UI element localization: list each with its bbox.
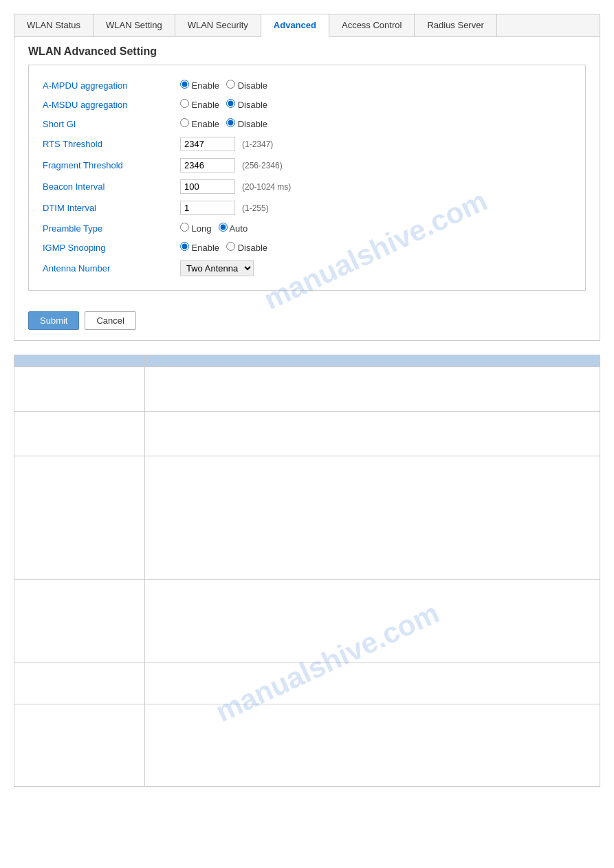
table-row: [14, 580, 600, 663]
beacon-interval-input[interactable]: [180, 179, 235, 194]
amsdu-enable-label[interactable]: Enable: [180, 99, 219, 110]
antenna-number-control: One Antenna Two Antenna: [180, 260, 254, 276]
dtim-interval-control: (1-255): [180, 201, 269, 215]
beacon-interval-row: Beacon Interval (20-1024 ms): [43, 176, 571, 197]
dtim-interval-hint: (1-255): [242, 203, 269, 213]
amsdu-enable-radio[interactable]: [180, 99, 189, 108]
table-cell: [14, 412, 145, 456]
cancel-button[interactable]: Cancel: [85, 311, 135, 330]
fragment-threshold-hint: (256-2346): [242, 161, 283, 170]
amsdu-control: Enable Disable: [180, 99, 267, 110]
short-gi-enable-label[interactable]: Enable: [180, 118, 219, 129]
igmp-snooping-label: IGMP Snooping: [43, 243, 180, 253]
igmp-enable-label[interactable]: Enable: [180, 242, 219, 253]
igmp-snooping-control: Enable Disable: [180, 242, 267, 253]
ampdu-disable-radio[interactable]: [226, 80, 235, 89]
table-col2-header: [145, 355, 600, 367]
dtim-interval-label: DTIM Interval: [43, 203, 180, 213]
tab-wlan-status[interactable]: WLAN Status: [14, 14, 94, 36]
table-col1-header: [14, 355, 145, 367]
tab-access-control[interactable]: Access Control: [329, 14, 415, 36]
short-gi-row: Short GI Enable Disable: [43, 114, 571, 133]
preamble-auto-label[interactable]: Auto: [219, 223, 248, 234]
fragment-threshold-label: Fragment Threshold: [43, 160, 180, 170]
preamble-long-label[interactable]: Long: [180, 223, 212, 234]
main-panel: WLAN Status WLAN Setting WLAN Security A…: [14, 14, 600, 341]
amsdu-disable-label[interactable]: Disable: [226, 99, 267, 110]
submit-button[interactable]: Submit: [28, 311, 79, 330]
preamble-long-radio[interactable]: [180, 223, 189, 232]
amsdu-row: A-MSDU aggregation Enable Disable: [43, 95, 571, 114]
table-row: [14, 367, 600, 412]
amsdu-disable-radio[interactable]: [226, 99, 235, 108]
rts-threshold-row: RTS Threshold (1-2347): [43, 133, 571, 155]
ampdu-label: A-MPDU aggregation: [43, 80, 180, 91]
table-row: [14, 663, 600, 704]
table-cell: [145, 412, 600, 456]
page-title: WLAN Advanced Setting: [14, 37, 600, 65]
beacon-interval-label: Beacon Interval: [43, 181, 180, 192]
ampdu-row: A-MPDU aggregation Enable Disable: [43, 76, 571, 95]
preamble-type-label: Preamble Type: [43, 223, 180, 234]
table-cell: [145, 456, 600, 580]
bottom-table: [14, 355, 600, 787]
fragment-threshold-control: (256-2346): [180, 158, 283, 173]
table-cell: [145, 663, 600, 704]
antenna-number-row: Antenna Number One Antenna Two Antenna: [43, 257, 571, 280]
button-row: Submit Cancel: [14, 304, 600, 340]
fragment-threshold-row: Fragment Threshold (256-2346): [43, 155, 571, 176]
fragment-threshold-input[interactable]: [180, 158, 235, 173]
tab-wlan-setting[interactable]: WLAN Setting: [94, 14, 175, 36]
settings-form: A-MPDU aggregation Enable Disable A-MSDU…: [28, 65, 586, 291]
preamble-auto-radio[interactable]: [219, 223, 228, 232]
rts-threshold-control: (1-2347): [180, 137, 273, 151]
table-cell: [145, 367, 600, 412]
ampdu-enable-radio[interactable]: [180, 80, 189, 89]
table-cell: [14, 663, 145, 704]
short-gi-label: Short GI: [43, 119, 180, 129]
short-gi-disable-label[interactable]: Disable: [226, 118, 267, 129]
dtim-interval-row: DTIM Interval (1-255): [43, 197, 571, 219]
rts-threshold-hint: (1-2347): [242, 140, 273, 149]
ampdu-control: Enable Disable: [180, 80, 267, 91]
dtim-interval-input[interactable]: [180, 201, 235, 215]
igmp-disable-label[interactable]: Disable: [226, 242, 267, 253]
table-cell: [145, 580, 600, 663]
short-gi-enable-radio[interactable]: [180, 118, 189, 127]
beacon-interval-control: (20-1024 ms): [180, 179, 291, 194]
table-cell: [14, 367, 145, 412]
table-row: [14, 412, 600, 456]
amsdu-label: A-MSDU aggregation: [43, 100, 180, 110]
tab-advanced[interactable]: Advanced: [261, 14, 329, 37]
igmp-disable-radio[interactable]: [226, 242, 235, 251]
beacon-interval-hint: (20-1024 ms): [242, 182, 291, 192]
antenna-number-select[interactable]: One Antenna Two Antenna: [180, 260, 254, 276]
short-gi-disable-radio[interactable]: [226, 118, 235, 127]
rts-threshold-input[interactable]: [180, 137, 235, 151]
rts-threshold-label: RTS Threshold: [43, 139, 180, 149]
table-row: [14, 704, 600, 787]
preamble-type-row: Preamble Type Long Auto: [43, 219, 571, 238]
table-cell: [14, 704, 145, 787]
tab-radius-server[interactable]: Radius Server: [415, 14, 496, 36]
table-cell: [14, 456, 145, 580]
preamble-type-control: Long Auto: [180, 223, 248, 234]
tab-navigation: WLAN Status WLAN Setting WLAN Security A…: [14, 14, 600, 37]
igmp-enable-radio[interactable]: [180, 242, 189, 251]
table-cell: [14, 580, 145, 663]
igmp-snooping-row: IGMP Snooping Enable Disable: [43, 238, 571, 257]
short-gi-control: Enable Disable: [180, 118, 267, 129]
tab-wlan-security[interactable]: WLAN Security: [175, 14, 261, 36]
ampdu-disable-label[interactable]: Disable: [226, 80, 267, 91]
table-cell: [145, 704, 600, 787]
ampdu-enable-label[interactable]: Enable: [180, 80, 219, 91]
antenna-number-label: Antenna Number: [43, 263, 180, 274]
table-row: [14, 456, 600, 580]
